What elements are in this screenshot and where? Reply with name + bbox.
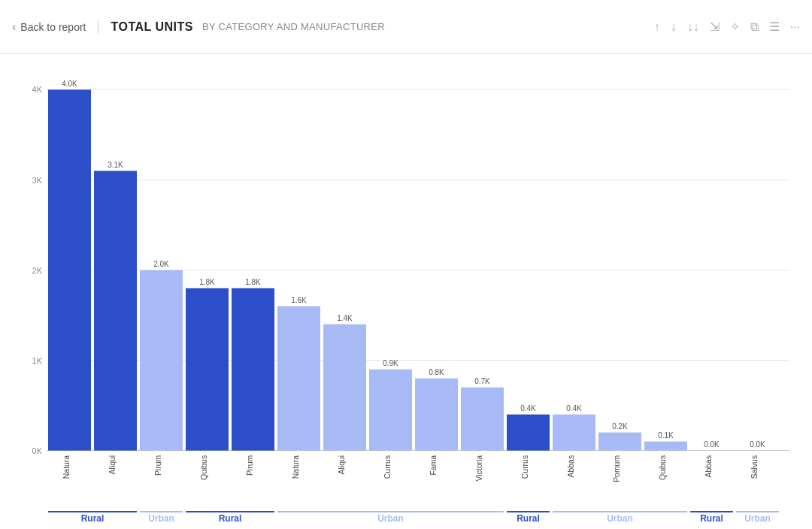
pin-icon[interactable]: ✧ (730, 20, 740, 34)
bar-rect[interactable] (48, 89, 91, 450)
bar-name-label: Natura (63, 455, 71, 479)
bar-rect[interactable] (94, 171, 137, 450)
bar-value-label: 0.4K (520, 404, 536, 413)
svg-text:2K: 2K (32, 265, 43, 274)
bar-name-label: Currus (522, 455, 530, 479)
category-label: Rural (81, 512, 105, 523)
back-label: Back to report (20, 21, 86, 33)
page-title: TOTAL UNITS (111, 20, 193, 34)
header: ‹ Back to report TOTAL UNITS BY CATEGORY… (0, 0, 812, 54)
bar-value-label: 1.8K (245, 278, 261, 286)
bar-value-label: 0.1K (658, 431, 674, 440)
svg-text:0K: 0K (32, 446, 43, 455)
bar-name-label: Salvus (751, 455, 759, 479)
bar-rect[interactable] (507, 415, 550, 451)
bar-value-label: 0.9K (383, 359, 398, 367)
expand-icon[interactable]: ⇲ (710, 20, 720, 34)
bar-name-label: Quibus (659, 455, 668, 480)
bar-rect[interactable] (553, 415, 595, 451)
category-label: Urban (744, 512, 771, 523)
bar-name-label: Abbas (568, 455, 576, 478)
more-icon[interactable]: ··· (790, 20, 800, 34)
bar-name-label: Fama (430, 455, 438, 476)
sort-desc2-icon[interactable]: ↓↓ (687, 20, 699, 34)
bar-value-label: 4.0K (62, 80, 77, 88)
bar-rect[interactable] (232, 288, 274, 450)
bar-name-label: Victoria (476, 455, 484, 482)
bar-rect[interactable] (277, 306, 320, 450)
category-label: Urban (377, 512, 404, 523)
copy-icon[interactable]: ⧉ (750, 20, 759, 34)
bar-name-label: Pomum (614, 455, 622, 482)
category-label: Rural (219, 512, 242, 523)
bar-rect[interactable] (140, 270, 183, 450)
bar-name-label: Natura (292, 455, 301, 479)
category-label: Rural (700, 512, 723, 523)
chart-area: 0K1K2K3K4K4.0KNatura3.1KAliqui2.0KPirum1… (0, 54, 812, 529)
bar-name-label: Pirum (247, 455, 255, 476)
bar-rect[interactable] (461, 388, 504, 451)
svg-text:3K: 3K (32, 175, 43, 184)
bar-value-label: 1.6K (291, 296, 307, 304)
chevron-left-icon: ‹ (12, 20, 16, 34)
bar-value-label: 1.8K (199, 278, 215, 286)
bar-name-label: Quibus (201, 455, 209, 480)
bar-rect[interactable] (644, 442, 687, 451)
category-label: Urban (148, 512, 174, 523)
bar-name-label: Pirum (155, 455, 163, 476)
bar-value-label: 1.4K (337, 314, 353, 322)
toolbar-icons: ↑ ↓ ↓↓ ⇲ ✧ ⧉ ☰ ··· (654, 20, 800, 34)
svg-text:1K: 1K (32, 355, 43, 364)
bar-rect[interactable] (186, 288, 229, 450)
bar-name-label: Aliqui (338, 455, 347, 475)
bar-value-label: 0.2K (612, 422, 628, 431)
svg-text:4K: 4K (32, 85, 43, 94)
sort-asc-icon[interactable]: ↑ (654, 20, 660, 34)
bar-rect[interactable] (369, 370, 412, 451)
bar-value-label: 0.7K (474, 377, 490, 385)
bar-value-label: 0.8K (429, 368, 444, 376)
bar-rect[interactable] (323, 324, 366, 450)
bar-rect[interactable] (598, 433, 641, 451)
bar-value-label: 2.0K (153, 260, 169, 268)
sort-desc-icon[interactable]: ↓ (671, 20, 677, 34)
bar-name-label: Currus (384, 455, 392, 479)
page-subtitle: BY CATEGORY AND MANUFACTURER (202, 21, 385, 32)
bar-chart: 0K1K2K3K4K4.0KNatura3.1KAliqui2.0KPirum1… (15, 66, 797, 529)
bar-rect[interactable] (415, 379, 458, 451)
bar-value-label: 3.1K (108, 161, 123, 169)
category-label: Urban (607, 512, 633, 523)
bar-name-label: Aliqui (109, 455, 117, 475)
filter-icon[interactable]: ☰ (769, 20, 780, 34)
back-button[interactable]: ‹ Back to report (12, 20, 98, 34)
bar-value-label: 0.0K (704, 440, 720, 449)
bar-name-label: Abbas (705, 455, 714, 478)
bar-value-label: 0.4K (566, 404, 582, 413)
category-label: Rural (517, 512, 540, 523)
bar-value-label: 0.0K (750, 440, 765, 449)
